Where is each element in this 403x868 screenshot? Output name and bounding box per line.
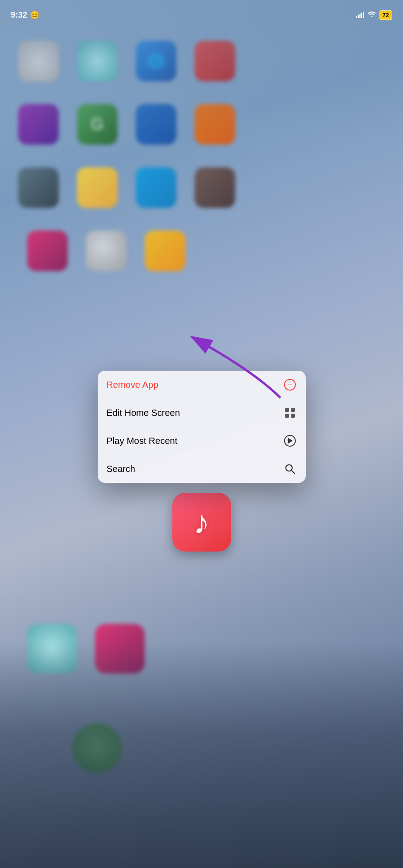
status-time: 9:32 😊 xyxy=(11,10,39,20)
signal-icon xyxy=(356,12,364,18)
edit-home-screen-icon xyxy=(283,406,297,420)
music-note-icon: ♪ xyxy=(194,504,210,541)
svg-rect-3 xyxy=(291,414,295,418)
search-label: Search xyxy=(107,464,135,474)
music-app-icon[interactable]: ♪ xyxy=(172,493,231,552)
svg-rect-1 xyxy=(291,408,295,412)
search-item[interactable]: Search xyxy=(98,455,306,483)
play-most-recent-label: Play Most Recent xyxy=(107,436,178,446)
wifi-icon xyxy=(368,11,376,19)
time-display: 9:32 xyxy=(11,10,27,20)
edit-home-screen-item[interactable]: Edit Home Screen xyxy=(98,399,306,427)
svg-line-5 xyxy=(291,471,294,474)
status-emoji: 😊 xyxy=(30,10,39,20)
battery-indicator: 72 xyxy=(379,10,392,20)
search-icon xyxy=(283,462,297,476)
svg-rect-2 xyxy=(285,414,289,418)
remove-app-icon: − xyxy=(283,378,297,392)
status-bar: 9:32 😊 72 xyxy=(0,0,403,24)
status-right-icons: 72 xyxy=(356,10,392,20)
play-most-recent-item[interactable]: Play Most Recent xyxy=(98,427,306,455)
svg-rect-0 xyxy=(285,408,289,412)
remove-app-item[interactable]: Remove App − xyxy=(98,371,306,399)
play-most-recent-icon xyxy=(283,434,297,448)
bg-app-row-3 xyxy=(18,167,235,208)
context-menu: Remove App − Edit Home Screen Play Most … xyxy=(98,371,306,483)
bottom-overlay xyxy=(0,642,403,868)
bg-app-row-4 xyxy=(27,231,185,271)
remove-app-label: Remove App xyxy=(107,380,159,390)
edit-home-screen-label: Edit Home Screen xyxy=(107,408,180,418)
